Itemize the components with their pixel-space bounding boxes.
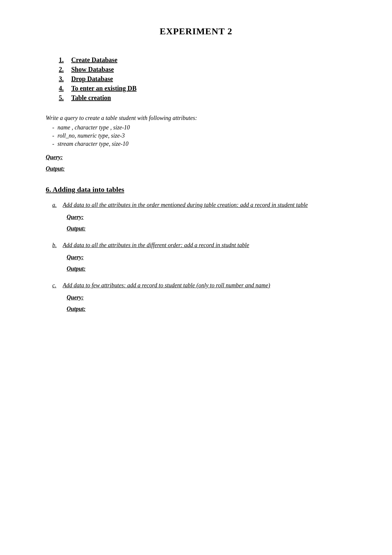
subsection-a-letter: a. [52, 202, 60, 209]
subsection-b-title: b. Add data to all the attributes in the… [52, 242, 346, 249]
subsection-c-text: Add data to few attributes: add a record… [63, 282, 270, 289]
toc-label-3: Drop Database [71, 75, 113, 83]
subsection-b: b. Add data to all the attributes in the… [46, 242, 346, 272]
bullet-item-2: roll_no, numeric type, size-3 [52, 132, 346, 139]
subsection-b-letter: b. [52, 242, 60, 249]
toc-num-5: 5. [59, 94, 69, 102]
subsection-b-text: Add data to all the attributes in the di… [63, 242, 249, 249]
section5-output-label: Output: [46, 165, 346, 172]
section6-heading: 6. Adding data into tables [46, 185, 346, 194]
subsection-a-query-block: Query: [67, 214, 346, 221]
subsection-a-text: Add data to all the attributes in the or… [63, 202, 308, 209]
page-title: EXPERIMENT 2 [46, 26, 346, 37]
toc-label-2: Show Database [71, 66, 114, 73]
subsection-b-output-label: Output: [67, 265, 346, 272]
toc-num-2: 2. [59, 66, 69, 73]
subsection-c: c. Add data to few attributes: add a rec… [46, 282, 346, 312]
toc-item-3: 3. Drop Database [59, 75, 346, 83]
subsection-b-content: Query: Output: [52, 254, 346, 272]
section6-block: 6. Adding data into tables a. Add data t… [46, 185, 346, 312]
subsection-c-query-label: Query: [67, 294, 346, 301]
toc-label-5: Table creation [71, 94, 111, 102]
section6-num: 6. [46, 185, 51, 193]
subsection-c-output-label: Output: [67, 306, 346, 312]
section6-heading-label: Adding data into tables [53, 185, 124, 193]
section5-intro: Write a query to create a table student … [46, 115, 346, 122]
toc-item-2: 2. Show Database [59, 66, 346, 73]
subsection-c-content: Query: Output: [52, 294, 346, 312]
toc-list: 1. Create Database 2. Show Database 3. D… [46, 56, 346, 102]
subsection-a-content: Query: Output: [52, 214, 346, 232]
toc-label-4: To enter an existing DB [71, 85, 137, 92]
bullet-text-1: name , character type , size-10 [57, 124, 130, 131]
toc-item-1: 1. Create Database [59, 56, 346, 64]
subsection-a-title: a. Add data to all the attributes in the… [52, 202, 346, 209]
toc-section: 1. Create Database 2. Show Database 3. D… [46, 56, 346, 102]
bullet-text-3: stream character type, size-10 [57, 141, 128, 147]
section5-bullets: name , character type , size-10 roll_no,… [46, 124, 346, 147]
bullet-item-3: stream character type, size-10 [52, 141, 346, 147]
toc-item-4: 4. To enter an existing DB [59, 85, 346, 92]
subsection-b-query-label: Query: [67, 254, 346, 261]
subsection-a: a. Add data to all the attributes in the… [46, 202, 346, 232]
subsection-a-query-label: Query: [67, 214, 346, 221]
subsection-a-output-block: Output: [67, 225, 346, 232]
subsection-b-query-block: Query: [67, 254, 346, 261]
section5-query-label: Query: [46, 154, 346, 161]
bullet-item-1: name , character type , size-10 [52, 124, 346, 131]
subsection-c-query-block: Query: [67, 294, 346, 301]
section5-query-block: Query: [46, 154, 346, 161]
toc-num-1: 1. [59, 56, 69, 64]
toc-label-1: Create Database [71, 56, 117, 64]
subsection-b-output-block: Output: [67, 265, 346, 272]
toc-num-3: 3. [59, 75, 69, 83]
subsection-c-title: c. Add data to few attributes: add a rec… [52, 282, 346, 289]
section5-block: Write a query to create a table student … [46, 115, 346, 172]
toc-num-4: 4. [59, 85, 69, 92]
subsection-c-letter: c. [52, 282, 60, 289]
section5-output-block: Output: [46, 165, 346, 172]
subsection-c-output-block: Output: [67, 306, 346, 312]
bullet-text-2: roll_no, numeric type, size-3 [57, 132, 125, 139]
subsection-a-output-label: Output: [67, 225, 346, 232]
toc-item-5: 5. Table creation [59, 94, 346, 102]
